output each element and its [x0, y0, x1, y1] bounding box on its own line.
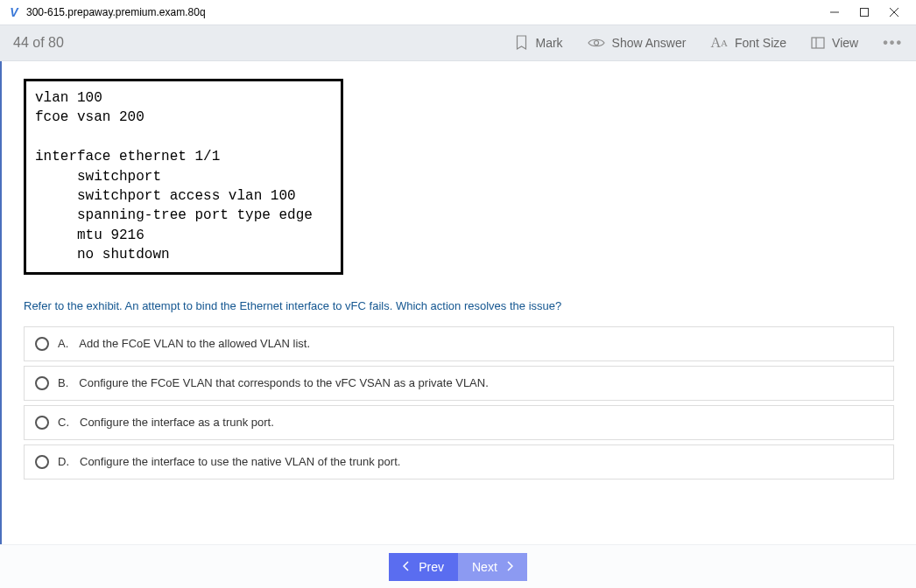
view-label: View: [832, 36, 858, 50]
close-button[interactable]: [888, 6, 900, 18]
minimize-button[interactable]: [828, 6, 841, 18]
question-progress: 44 of 80: [13, 35, 515, 51]
toolbar-actions: Mark Show Answer AA Font Size View •••: [515, 35, 903, 51]
mark-button[interactable]: Mark: [515, 35, 562, 51]
ellipsis-icon: •••: [883, 35, 903, 51]
option-text: Configure the interface as a trunk port.: [80, 416, 274, 429]
option-text: Configure the FCoE VLAN that corresponds…: [79, 376, 489, 389]
prev-label: Prev: [419, 560, 444, 574]
option-letter: C.: [58, 416, 69, 429]
option-letter: B.: [58, 376, 68, 389]
svg-rect-5: [812, 38, 824, 48]
titlebar: V 300-615.prepaway.premium.exam.80q: [0, 0, 916, 24]
radio-icon: [35, 376, 49, 390]
chevron-left-icon: [403, 560, 410, 574]
option-a[interactable]: A. Add the FCoE VLAN to the allowed VLAN…: [24, 326, 894, 361]
window-controls: [828, 6, 909, 18]
radio-icon: [35, 337, 49, 351]
show-answer-button[interactable]: Show Answer: [588, 36, 687, 50]
prev-button[interactable]: Prev: [389, 553, 458, 581]
option-d[interactable]: D. Configure the interface to use the na…: [24, 444, 894, 480]
maximize-button[interactable]: [858, 6, 870, 18]
toolbar: 44 of 80 Mark Show Answer AA Font Size V…: [0, 24, 916, 61]
font-size-icon: AA: [710, 35, 728, 51]
eye-icon: [588, 37, 605, 49]
next-button[interactable]: Next: [458, 553, 527, 581]
option-c[interactable]: C. Configure the interface as a trunk po…: [24, 405, 894, 440]
options-list: A. Add the FCoE VLAN to the allowed VLAN…: [24, 326, 894, 480]
font-size-button[interactable]: AA Font Size: [710, 35, 786, 51]
font-size-label: Font Size: [735, 36, 786, 50]
window-title: 300-615.prepaway.premium.exam.80q: [26, 6, 828, 18]
bookmark-icon: [515, 35, 528, 51]
view-button[interactable]: View: [811, 36, 858, 50]
option-letter: A.: [58, 337, 68, 350]
next-label: Next: [472, 560, 497, 574]
show-answer-label: Show Answer: [612, 36, 687, 50]
option-b[interactable]: B. Configure the FCoE VLAN that correspo…: [24, 366, 894, 401]
content-area: vlan 100 fcoe vsan 200 interface etherne…: [0, 61, 916, 544]
svg-point-4: [594, 41, 598, 46]
mark-label: Mark: [535, 36, 562, 50]
option-text: Add the FCoE VLAN to the allowed VLAN li…: [79, 337, 310, 350]
radio-icon: [35, 455, 49, 469]
radio-icon: [35, 416, 49, 430]
chevron-right-icon: [506, 560, 513, 574]
app-icon: V: [7, 5, 21, 19]
question-text: Refer to the exhibit. An attempt to bind…: [24, 299, 894, 312]
footer: Prev Next: [0, 544, 916, 588]
svg-rect-1: [861, 9, 869, 17]
view-icon: [811, 36, 825, 50]
option-text: Configure the interface to use the nativ…: [80, 455, 400, 468]
option-letter: D.: [58, 455, 69, 468]
exhibit-box: vlan 100 fcoe vsan 200 interface etherne…: [24, 79, 343, 275]
more-button[interactable]: •••: [883, 35, 903, 51]
